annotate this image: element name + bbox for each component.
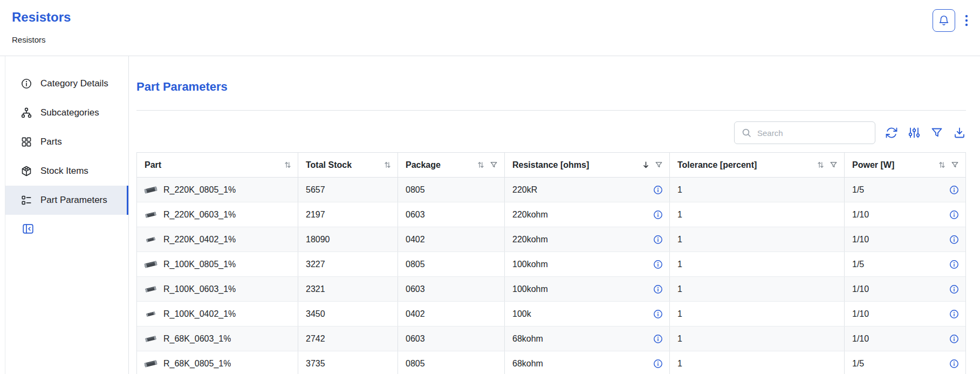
column-header[interactable]: Power [W] <box>845 153 965 177</box>
filter-button[interactable] <box>930 126 943 139</box>
column-header[interactable]: Tolerance [percent] <box>670 153 845 177</box>
cell-text: 3450 <box>306 309 325 319</box>
sort-icon[interactable] <box>817 161 824 169</box>
cell-text: 1 <box>677 309 682 319</box>
info-icon[interactable] <box>949 309 959 319</box>
column-header-icons <box>384 161 391 169</box>
refresh-button[interactable] <box>885 126 898 139</box>
column-header[interactable]: Total Stock <box>298 153 398 177</box>
column-header[interactable]: Part <box>137 153 298 177</box>
column-label: Tolerance [percent] <box>677 160 757 170</box>
parameter-list-icon <box>20 194 32 206</box>
cell-tolerance: 1 <box>670 202 845 227</box>
cell-text: 1 <box>677 359 682 369</box>
cell-text: 1 <box>677 185 682 195</box>
cell-tolerance: 1 <box>670 227 845 251</box>
cell-part: R_220K_0603_1% <box>137 202 298 227</box>
resistor-chip-icon <box>143 235 158 244</box>
info-icon[interactable] <box>653 334 663 344</box>
sidebar-collapse-button[interactable] <box>22 222 35 235</box>
search-input[interactable] <box>756 128 869 138</box>
column-filter-icon[interactable] <box>490 161 498 169</box>
part-name: R_68K_0603_1% <box>163 334 231 344</box>
table-row[interactable]: R_220K_0402_1% 18090 0402 220kohm 1 1/10 <box>137 227 965 252</box>
sidebar-item-subcategories[interactable]: Subcategories <box>5 98 128 127</box>
info-icon[interactable] <box>949 359 959 369</box>
info-icon[interactable] <box>949 334 959 344</box>
column-label: Package <box>406 160 441 170</box>
cell-text: 100kohm <box>512 260 548 269</box>
table-row[interactable]: R_100K_0805_1% 3227 0805 100kohm 1 1/5 <box>137 252 965 277</box>
info-icon[interactable] <box>653 210 663 220</box>
table-row[interactable]: R_68K_0805_1% 3735 0805 68kohm 1 1/5 <box>137 351 965 374</box>
column-filter-icon[interactable] <box>655 161 663 169</box>
info-icon[interactable] <box>653 235 663 244</box>
sort-icon[interactable] <box>642 161 649 169</box>
info-icon[interactable] <box>949 210 959 220</box>
info-icon[interactable] <box>653 284 663 294</box>
column-header[interactable]: Resistance [ohms] <box>505 153 670 177</box>
funnel-icon <box>930 126 943 139</box>
refresh-icon <box>885 126 898 139</box>
search-box[interactable] <box>734 121 875 144</box>
cell-text: 68kohm <box>512 334 543 344</box>
table-row[interactable]: R_220K_0805_1% 5657 0805 220kR 1 1/5 <box>137 178 965 202</box>
table-row[interactable]: R_100K_0603_1% 2321 0603 100kohm 1 1/10 <box>137 277 965 302</box>
column-filter-icon[interactable] <box>830 161 838 169</box>
sliders-icon <box>908 126 921 139</box>
info-icon[interactable] <box>949 235 959 244</box>
table-header-row: Part Total Stock P <box>137 153 965 178</box>
cell-resistance: 220kR <box>505 178 670 202</box>
column-filter-icon[interactable] <box>951 161 959 169</box>
table-row[interactable]: R_220K_0603_1% 2197 0603 220kohm 1 1/10 <box>137 202 965 227</box>
column-header[interactable]: Package <box>398 153 505 177</box>
resistor-chip-icon <box>143 260 158 269</box>
table-row[interactable]: R_100K_0402_1% 3450 0402 100k 1 1/10 <box>137 302 965 327</box>
page-header: Resistors Resistors <box>0 0 980 56</box>
table-row[interactable]: R_68K_0603_1% 2742 0603 68kohm 1 1/10 <box>137 327 965 351</box>
grid-icon <box>20 136 32 148</box>
content-card: Category Details Subcategories Parts <box>5 56 980 374</box>
cell-total-stock: 18090 <box>298 227 398 251</box>
info-icon[interactable] <box>949 284 959 294</box>
sidebar-item-stock-items[interactable]: Stock Items <box>5 157 128 186</box>
part-name: R_220K_0603_1% <box>163 210 236 220</box>
info-icon[interactable] <box>653 185 663 195</box>
cell-power: 1/10 <box>845 327 965 351</box>
sidebar-item-part-parameters[interactable]: Part Parameters <box>5 186 128 215</box>
info-icon[interactable] <box>949 260 959 269</box>
cell-power: 1/10 <box>845 302 965 326</box>
sort-icon[interactable] <box>284 161 291 169</box>
page-title: Resistors <box>12 10 980 25</box>
cell-part: R_100K_0402_1% <box>137 302 298 326</box>
resistor-chip-icon <box>143 186 158 194</box>
cell-part: R_100K_0805_1% <box>137 252 298 276</box>
column-header-icons <box>284 161 291 169</box>
info-icon[interactable] <box>653 309 663 319</box>
breadcrumb[interactable]: Resistors <box>12 35 980 44</box>
sort-icon[interactable] <box>384 161 391 169</box>
overflow-menu-button[interactable] <box>962 12 971 29</box>
cell-text: 1/5 <box>852 359 864 369</box>
sidebar: Category Details Subcategories Parts <box>5 56 129 374</box>
info-icon[interactable] <box>653 260 663 269</box>
main-panel: Part Parameters <box>129 56 980 374</box>
notifications-button[interactable] <box>933 9 955 32</box>
column-settings-button[interactable] <box>908 126 921 139</box>
info-circle-icon <box>20 78 32 90</box>
sidebar-item-parts[interactable]: Parts <box>5 127 128 157</box>
cell-resistance: 68kohm <box>505 327 670 351</box>
info-icon[interactable] <box>653 359 663 369</box>
download-button[interactable] <box>953 126 966 139</box>
sidebar-item-category-details[interactable]: Category Details <box>5 69 128 98</box>
hierarchy-icon <box>20 107 32 119</box>
sort-icon[interactable] <box>477 161 484 169</box>
info-icon[interactable] <box>949 185 959 195</box>
resistor-chip-icon <box>143 335 158 343</box>
cell-part: R_68K_0805_1% <box>137 351 298 374</box>
sidebar-item-label: Subcategories <box>40 107 99 118</box>
cell-package: 0402 <box>398 302 505 326</box>
cell-part: R_68K_0603_1% <box>137 327 298 351</box>
sort-icon[interactable] <box>938 161 945 169</box>
cell-text: 0603 <box>406 210 425 220</box>
